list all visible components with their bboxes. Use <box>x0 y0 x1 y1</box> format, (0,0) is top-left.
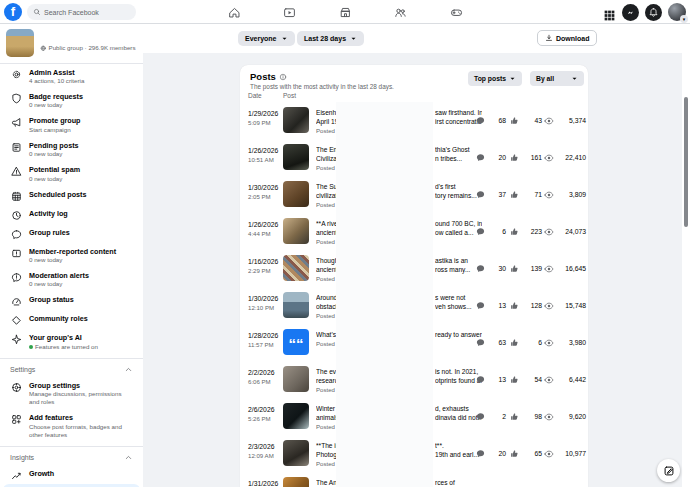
comment-icon <box>476 264 485 273</box>
group-name <box>40 35 136 44</box>
date-range-dropdown[interactable]: Last 28 days <box>297 31 364 46</box>
sidebar-item-your-group-s-ai[interactable]: Your group's AIFeatures are turned on <box>3 330 140 354</box>
search-input[interactable]: Search Facebook <box>27 4 136 20</box>
bell-icon <box>648 7 659 18</box>
post-thumbnail <box>283 255 309 281</box>
sidebar-item-pending-posts[interactable]: Pending posts0 new today <box>3 137 140 161</box>
sidebar-item-admin-assist[interactable]: Admin Assist4 actions, 10 criteria <box>3 64 140 88</box>
group-admin-sidebar: Public group · 296.9K members Admin Assi… <box>0 24 143 487</box>
post-title-continued: astika is anross many... <box>435 256 482 274</box>
nav-groups-button[interactable] <box>385 2 417 22</box>
home-icon <box>228 6 241 19</box>
sidebar-section-settings[interactable]: Settings <box>0 358 143 377</box>
post-time: 4:44 PM <box>248 230 278 237</box>
sidebar-item-promote-group[interactable]: Promote groupStart campaign <box>3 113 140 137</box>
likes-count: 128 <box>510 287 542 324</box>
sidebar-item-community-roles[interactable]: Community roles <box>3 311 140 330</box>
main-content: Everyone Last 28 days Download Posts The… <box>143 24 690 487</box>
sidebar-item-scheduled-posts[interactable]: Scheduled posts <box>3 186 140 205</box>
likes-count: 161 <box>510 139 542 176</box>
post-thumbnail <box>283 144 309 170</box>
caret-down-icon <box>281 35 288 42</box>
post-date: 1/29/2026 <box>248 110 278 117</box>
post-date: 1/30/2026 <box>248 184 278 191</box>
views-count: 10,977 <box>544 435 586 472</box>
eye-icon <box>544 301 554 311</box>
sidebar-item-potential-spam[interactable]: Potential spam0 new today <box>3 162 140 186</box>
post-thumbnail <box>283 107 309 133</box>
eye-icon <box>544 153 554 163</box>
eye-icon <box>544 412 554 422</box>
comments-count: 30 <box>476 250 506 287</box>
views-count: 6,442 <box>544 361 586 398</box>
sidebar-section-insights[interactable]: Insights <box>0 446 143 465</box>
gear-icon <box>11 69 22 80</box>
account-avatar[interactable]: ▾ <box>668 3 686 21</box>
views-count: 22,410 <box>544 139 586 176</box>
views-count: 3,980 <box>544 324 586 361</box>
comment-icon <box>476 412 485 421</box>
comments-count: 68 <box>476 102 506 139</box>
sidebar-item-badge-requests[interactable]: Badge requests0 new today <box>3 88 140 112</box>
post-title-continued: thia's Ghostn tribes... <box>435 145 482 163</box>
pending-icon <box>11 142 22 153</box>
compose-post-button[interactable] <box>657 459 680 482</box>
messenger-button[interactable] <box>622 4 639 21</box>
facebook-logo[interactable]: f <box>4 3 22 21</box>
nav-home-button[interactable] <box>218 2 250 22</box>
search-icon <box>33 8 41 16</box>
comment-icon <box>476 301 485 310</box>
eye-icon <box>544 190 554 200</box>
green-status-dot <box>29 345 33 349</box>
scrollbar-thumb[interactable] <box>684 97 688 227</box>
post-time: 11:57 PM <box>248 341 278 348</box>
sidebar-item-moderation-alerts[interactable]: Moderation alerts0 new today <box>3 268 140 292</box>
sidebar-item-add-features[interactable]: Add featuresChoose post formats, badges … <box>3 410 140 442</box>
nav-marketplace-button[interactable] <box>329 2 361 22</box>
nav-gaming-button[interactable] <box>440 2 472 22</box>
sidebar-item-activity-log[interactable]: Activity log <box>3 205 140 224</box>
main-nav-tabs <box>200 0 490 24</box>
download-icon <box>545 34 553 42</box>
like-icon <box>510 338 519 347</box>
sidebar-item-group-rules[interactable]: Group rules <box>3 224 140 243</box>
sidebar-item-member-reported-content[interactable]: Member-reported content0 new today <box>3 243 140 267</box>
eye-icon <box>544 449 554 459</box>
report-icon <box>11 248 22 259</box>
post-title-continued: saw firsthand. Inirst concentratio... <box>435 108 482 126</box>
comments-count <box>476 472 506 487</box>
post-date: 1/28/2026 <box>248 332 278 339</box>
post-time: 2:05 PM <box>248 193 278 200</box>
sidebar-item-growth[interactable]: Growth <box>3 465 140 484</box>
filter-by-dropdown[interactable]: By all <box>530 71 584 86</box>
likes-count: 223 <box>510 213 542 250</box>
gear-circle-icon <box>11 382 22 393</box>
views-count: 9,620 <box>544 398 586 435</box>
megaphone-icon <box>11 117 22 128</box>
sidebar-item-group-status[interactable]: Group status <box>3 292 140 311</box>
apps-menu-button[interactable] <box>603 6 616 19</box>
search-icon <box>33 8 41 16</box>
clock-icon <box>11 210 22 221</box>
notifications-button[interactable] <box>645 4 662 21</box>
sort-dropdown[interactable]: Top posts <box>468 71 522 86</box>
comment-icon <box>476 338 485 347</box>
download-button[interactable]: Download <box>537 30 597 46</box>
audience-filter-dropdown[interactable]: Everyone <box>238 31 295 46</box>
group-header[interactable]: Public group · 296.9K members <box>0 24 143 64</box>
groups-icon <box>394 6 407 19</box>
menu-icon <box>603 9 616 22</box>
views-count: 24,073 <box>544 213 586 250</box>
post-thumbnail <box>283 366 309 392</box>
views-count: 16,645 <box>544 250 586 287</box>
eye-icon <box>544 264 554 274</box>
info-icon[interactable] <box>279 71 287 82</box>
post-title-continued: is not. In 2021,otprints found a... <box>435 367 482 385</box>
nav-watch-button[interactable] <box>274 2 306 22</box>
post-title-continued: d, exhaustsdinavia did not... <box>435 404 482 422</box>
caret-down-icon <box>350 35 357 43</box>
sidebar-item-group-settings[interactable]: Group settingsManage discussions, permis… <box>3 377 140 409</box>
chevron-up-icon <box>124 453 133 462</box>
post-thumbnail <box>283 403 309 429</box>
watch-icon <box>283 6 296 19</box>
